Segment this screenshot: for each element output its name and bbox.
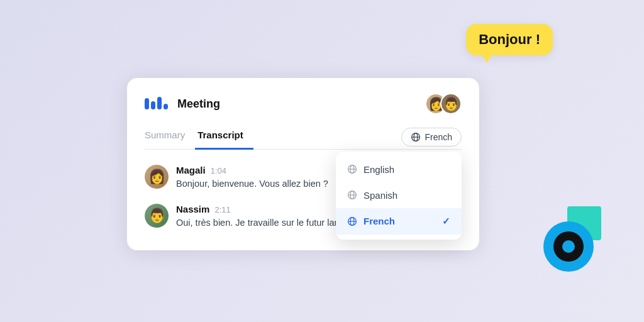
svg-rect-1 <box>151 101 155 109</box>
card-header: Meeting 👩 👨 <box>145 93 462 114</box>
avatar-2: 👨 <box>440 93 462 114</box>
tab-transcript[interactable]: Transcript <box>195 125 253 150</box>
otter-logo <box>543 221 594 272</box>
svg-rect-3 <box>164 104 168 109</box>
dropdown-item-spanish[interactable]: Spanish <box>336 182 462 208</box>
msg-header-magali: Magali 1:04 <box>176 165 328 175</box>
svg-rect-0 <box>145 98 149 109</box>
avatar-magali: 👩 <box>145 165 169 189</box>
globe-icon-french <box>347 216 357 226</box>
globe-icon <box>411 132 421 142</box>
msg-name-magali: Magali <box>176 165 206 175</box>
svg-rect-2 <box>157 97 162 109</box>
avatars: 👩 👨 <box>425 93 462 114</box>
globe-icon-english <box>347 164 357 174</box>
bonjour-bubble: Bonjour ! <box>466 24 553 55</box>
msg-text-magali: Bonjour, bienvenue. Vous allez bien ? <box>176 177 328 191</box>
circle-outer <box>543 221 594 272</box>
avatar-nassim: 👨 <box>145 204 169 228</box>
tab-summary[interactable]: Summary <box>145 125 195 150</box>
language-selector[interactable]: French English <box>401 128 462 147</box>
bubble-text: Bonjour ! <box>479 31 540 47</box>
main-card: Meeting 👩 👨 Summary Transcript <box>127 78 479 250</box>
globe-icon-spanish <box>347 190 357 200</box>
dropdown-item-english[interactable]: English <box>336 157 462 182</box>
language-dropdown: English Spanish <box>336 152 462 240</box>
circle-dot <box>562 240 575 253</box>
language-button[interactable]: French <box>401 128 462 147</box>
message-content-magali: Magali 1:04 Bonjour, bienvenue. Vous all… <box>176 165 328 191</box>
msg-time-magali: 1:04 <box>211 166 226 175</box>
dropdown-item-french[interactable]: French ✓ <box>336 208 462 235</box>
msg-time-nassim: 2:11 <box>214 205 230 214</box>
msg-name-nassim: Nassim <box>176 204 209 214</box>
logo-svg <box>145 96 171 111</box>
selected-language: French <box>425 132 452 142</box>
logo-area: Meeting <box>145 96 220 111</box>
tabs-bar: Summary Transcript French <box>145 125 462 150</box>
check-icon: ✓ <box>442 216 450 227</box>
otter-logo-icon <box>145 96 171 111</box>
circle-inner <box>553 231 584 262</box>
tabs-left: Summary Transcript <box>145 125 253 149</box>
app-title: Meeting <box>177 97 220 111</box>
